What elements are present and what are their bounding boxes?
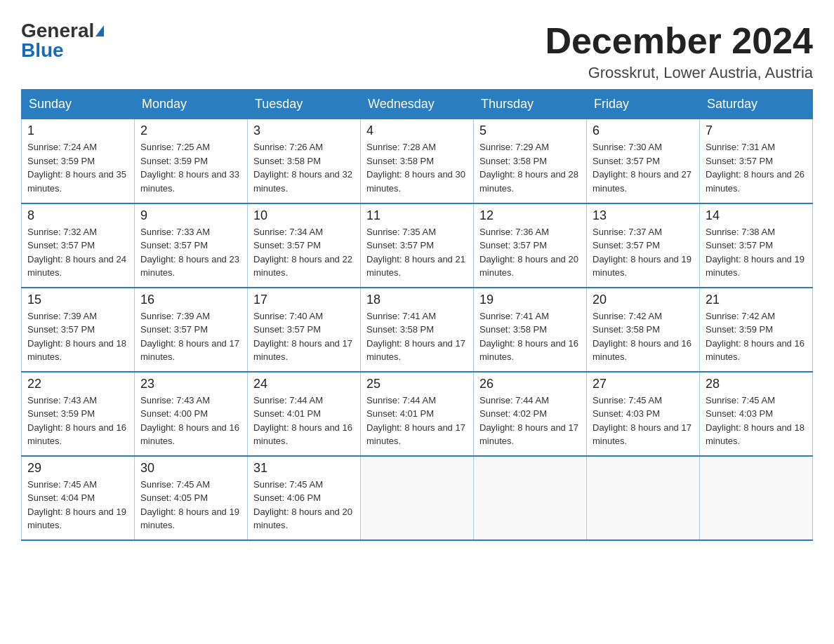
calendar-cell: 6 Sunrise: 7:30 AMSunset: 3:57 PMDayligh…: [587, 119, 700, 203]
calendar-wrapper: SundayMondayTuesdayWednesdayThursdayFrid…: [14, 89, 820, 541]
calendar-cell: [587, 456, 700, 540]
day-info: Sunrise: 7:43 AMSunset: 3:59 PMDaylight:…: [27, 394, 128, 448]
day-info: Sunrise: 7:42 AMSunset: 3:59 PMDaylight:…: [706, 309, 807, 364]
day-info: Sunrise: 7:44 AMSunset: 4:02 PMDaylight:…: [479, 394, 581, 448]
day-number: 8: [27, 208, 128, 223]
day-info: Sunrise: 7:41 AMSunset: 3:58 PMDaylight:…: [479, 309, 581, 364]
calendar-cell: 29 Sunrise: 7:45 AMSunset: 4:04 PMDaylig…: [22, 456, 135, 540]
calendar-cell: 22 Sunrise: 7:43 AMSunset: 3:59 PMDaylig…: [22, 372, 135, 456]
calendar-cell: 5 Sunrise: 7:29 AMSunset: 3:58 PMDayligh…: [474, 119, 587, 203]
calendar-week-row: 22 Sunrise: 7:43 AMSunset: 3:59 PMDaylig…: [22, 372, 813, 456]
day-number: 12: [479, 208, 581, 223]
day-info: Sunrise: 7:37 AMSunset: 3:57 PMDaylight:…: [593, 225, 694, 280]
day-number: 3: [253, 123, 355, 138]
calendar-week-row: 1 Sunrise: 7:24 AMSunset: 3:59 PMDayligh…: [22, 119, 813, 203]
column-header-friday: Friday: [587, 90, 700, 119]
day-number: 20: [593, 293, 694, 307]
calendar-cell: 14 Sunrise: 7:38 AMSunset: 3:57 PMDaylig…: [700, 203, 813, 288]
calendar-week-row: 8 Sunrise: 7:32 AMSunset: 3:57 PMDayligh…: [22, 203, 813, 288]
day-info: Sunrise: 7:25 AMSunset: 3:59 PMDaylight:…: [140, 140, 241, 195]
day-number: 9: [140, 208, 241, 223]
calendar-week-row: 15 Sunrise: 7:39 AMSunset: 3:57 PMDaylig…: [22, 288, 813, 372]
logo-blue-text: Blue: [21, 41, 64, 60]
day-info: Sunrise: 7:39 AMSunset: 3:57 PMDaylight:…: [140, 309, 241, 364]
column-header-wednesday: Wednesday: [361, 90, 474, 119]
day-info: Sunrise: 7:24 AMSunset: 3:59 PMDaylight:…: [27, 140, 128, 195]
day-info: Sunrise: 7:31 AMSunset: 3:57 PMDaylight:…: [706, 140, 807, 195]
calendar-cell: 15 Sunrise: 7:39 AMSunset: 3:57 PMDaylig…: [22, 288, 135, 372]
day-info: Sunrise: 7:34 AMSunset: 3:57 PMDaylight:…: [253, 225, 355, 280]
day-info: Sunrise: 7:29 AMSunset: 3:58 PMDaylight:…: [479, 140, 581, 195]
day-number: 17: [253, 293, 355, 307]
day-number: 27: [593, 377, 694, 391]
day-info: Sunrise: 7:44 AMSunset: 4:01 PMDaylight:…: [366, 394, 468, 448]
calendar-cell: 12 Sunrise: 7:36 AMSunset: 3:57 PMDaylig…: [474, 203, 587, 288]
calendar-cell: 17 Sunrise: 7:40 AMSunset: 3:57 PMDaylig…: [248, 288, 361, 372]
day-info: Sunrise: 7:45 AMSunset: 4:06 PMDaylight:…: [253, 478, 355, 532]
day-info: Sunrise: 7:35 AMSunset: 3:57 PMDaylight:…: [366, 225, 468, 280]
logo: General Blue: [21, 21, 104, 60]
calendar-cell: 30 Sunrise: 7:45 AMSunset: 4:05 PMDaylig…: [135, 456, 248, 540]
day-number: 26: [479, 377, 581, 391]
calendar-cell: 24 Sunrise: 7:44 AMSunset: 4:01 PMDaylig…: [248, 372, 361, 456]
calendar-cell: 8 Sunrise: 7:32 AMSunset: 3:57 PMDayligh…: [22, 203, 135, 288]
logo-triangle-icon: [95, 25, 104, 36]
day-info: Sunrise: 7:45 AMSunset: 4:03 PMDaylight:…: [593, 394, 694, 448]
day-number: 6: [593, 123, 694, 138]
calendar-cell: 21 Sunrise: 7:42 AMSunset: 3:59 PMDaylig…: [700, 288, 813, 372]
column-header-thursday: Thursday: [474, 90, 587, 119]
calendar-cell: 4 Sunrise: 7:28 AMSunset: 3:58 PMDayligh…: [361, 119, 474, 203]
day-info: Sunrise: 7:28 AMSunset: 3:58 PMDaylight:…: [366, 140, 468, 195]
calendar-cell: 19 Sunrise: 7:41 AMSunset: 3:58 PMDaylig…: [474, 288, 587, 372]
day-info: Sunrise: 7:32 AMSunset: 3:57 PMDaylight:…: [27, 225, 128, 280]
column-header-sunday: Sunday: [22, 90, 135, 119]
day-number: 11: [366, 208, 468, 223]
day-info: Sunrise: 7:42 AMSunset: 3:58 PMDaylight:…: [593, 309, 694, 364]
day-number: 16: [140, 293, 241, 307]
calendar-title: December 2024: [545, 21, 813, 61]
day-number: 22: [27, 377, 128, 391]
day-number: 10: [253, 208, 355, 223]
day-number: 24: [253, 377, 355, 391]
day-number: 28: [706, 377, 807, 391]
day-number: 23: [140, 377, 241, 391]
day-info: Sunrise: 7:26 AMSunset: 3:58 PMDaylight:…: [253, 140, 355, 195]
calendar-table: SundayMondayTuesdayWednesdayThursdayFrid…: [21, 89, 813, 541]
calendar-cell: 28 Sunrise: 7:45 AMSunset: 4:03 PMDaylig…: [700, 372, 813, 456]
day-info: Sunrise: 7:45 AMSunset: 4:03 PMDaylight:…: [706, 394, 807, 448]
day-number: 31: [253, 461, 355, 476]
day-info: Sunrise: 7:33 AMSunset: 3:57 PMDaylight:…: [140, 225, 241, 280]
logo-general-text: General: [21, 21, 94, 41]
calendar-cell: 2 Sunrise: 7:25 AMSunset: 3:59 PMDayligh…: [135, 119, 248, 203]
calendar-cell: 27 Sunrise: 7:45 AMSunset: 4:03 PMDaylig…: [587, 372, 700, 456]
day-number: 2: [140, 123, 241, 138]
calendar-cell: [474, 456, 587, 540]
calendar-cell: [700, 456, 813, 540]
calendar-cell: 23 Sunrise: 7:43 AMSunset: 4:00 PMDaylig…: [135, 372, 248, 456]
day-info: Sunrise: 7:30 AMSunset: 3:57 PMDaylight:…: [593, 140, 694, 195]
day-number: 7: [706, 123, 807, 138]
calendar-cell: 16 Sunrise: 7:39 AMSunset: 3:57 PMDaylig…: [135, 288, 248, 372]
day-number: 18: [366, 293, 468, 307]
calendar-cell: 9 Sunrise: 7:33 AMSunset: 3:57 PMDayligh…: [135, 203, 248, 288]
day-info: Sunrise: 7:43 AMSunset: 4:00 PMDaylight:…: [140, 394, 241, 448]
day-number: 14: [706, 208, 807, 223]
day-number: 13: [593, 208, 694, 223]
calendar-cell: 13 Sunrise: 7:37 AMSunset: 3:57 PMDaylig…: [587, 203, 700, 288]
day-info: Sunrise: 7:40 AMSunset: 3:57 PMDaylight:…: [253, 309, 355, 364]
day-info: Sunrise: 7:41 AMSunset: 3:58 PMDaylight:…: [366, 309, 468, 364]
calendar-cell: 26 Sunrise: 7:44 AMSunset: 4:02 PMDaylig…: [474, 372, 587, 456]
column-header-monday: Monday: [135, 90, 248, 119]
calendar-cell: 11 Sunrise: 7:35 AMSunset: 3:57 PMDaylig…: [361, 203, 474, 288]
day-number: 5: [479, 123, 581, 138]
column-header-tuesday: Tuesday: [248, 90, 361, 119]
day-info: Sunrise: 7:45 AMSunset: 4:04 PMDaylight:…: [27, 478, 128, 532]
day-info: Sunrise: 7:44 AMSunset: 4:01 PMDaylight:…: [253, 394, 355, 448]
day-number: 19: [479, 293, 581, 307]
column-header-saturday: Saturday: [700, 90, 813, 119]
day-info: Sunrise: 7:45 AMSunset: 4:05 PMDaylight:…: [140, 478, 241, 532]
page-header: General Blue December 2024 Grosskrut, Lo…: [14, 14, 820, 82]
day-info: Sunrise: 7:39 AMSunset: 3:57 PMDaylight:…: [27, 309, 128, 364]
day-number: 15: [27, 293, 128, 307]
calendar-cell: 1 Sunrise: 7:24 AMSunset: 3:59 PMDayligh…: [22, 119, 135, 203]
